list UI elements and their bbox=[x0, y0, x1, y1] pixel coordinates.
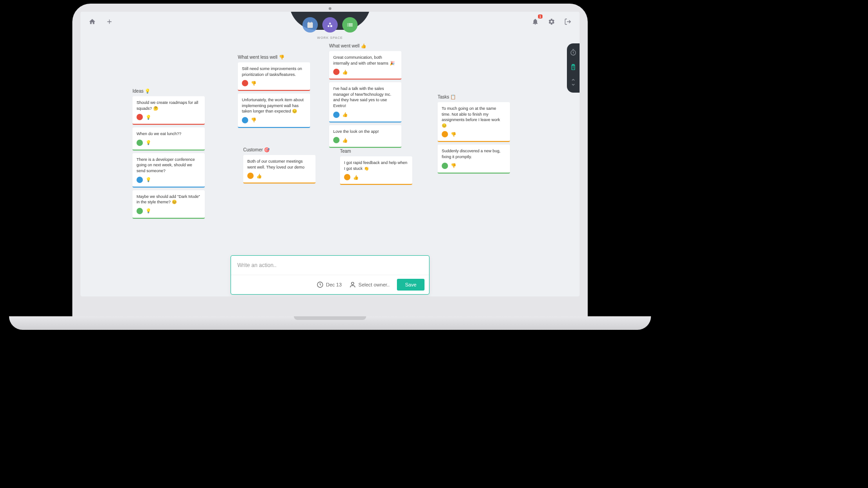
clock-icon bbox=[316, 281, 324, 288]
avatar bbox=[137, 208, 143, 214]
card[interactable]: When do we eat lunch??💡 bbox=[132, 127, 205, 150]
reaction-icon[interactable]: 💡 bbox=[146, 208, 151, 213]
avatar bbox=[333, 112, 340, 118]
avatar bbox=[137, 140, 143, 146]
mode-dock: WORK SPACE bbox=[289, 12, 371, 39]
action-bar: Dec 13 Select owner.. Save bbox=[231, 255, 429, 295]
topbar-right: 1 bbox=[530, 16, 573, 27]
save-button[interactable]: Save bbox=[397, 279, 425, 291]
mode-vote-button[interactable] bbox=[302, 17, 318, 33]
home-button[interactable] bbox=[87, 16, 98, 27]
logout-button[interactable] bbox=[562, 16, 573, 27]
column-title-went-well: What went well 👍 bbox=[329, 43, 401, 48]
column-title-ideas: Ideas 💡 bbox=[132, 89, 205, 94]
shapes-icon bbox=[326, 21, 334, 28]
column-team: Team I got rapid feedback and help when … bbox=[340, 149, 412, 188]
card[interactable]: Still need some improvements on prioriti… bbox=[238, 62, 310, 91]
card-footer: 👎 bbox=[242, 117, 306, 123]
app-screen: 1 bbox=[80, 12, 580, 296]
svg-point-0 bbox=[328, 25, 330, 27]
date-picker[interactable]: Dec 13 bbox=[316, 281, 342, 288]
reaction-icon[interactable]: 👍 bbox=[256, 174, 262, 178]
avatar bbox=[137, 177, 143, 183]
card-text: Great communication, both internally and… bbox=[333, 55, 397, 66]
reaction-icon[interactable]: 👎 bbox=[451, 163, 456, 168]
card-footer: 👍 bbox=[333, 69, 397, 75]
vote-icon bbox=[307, 21, 314, 28]
laptop-base bbox=[9, 316, 651, 330]
card[interactable]: Unfortunately, the work item about imple… bbox=[238, 94, 310, 128]
column-ideas: Ideas 💡 Should we create roadmaps for al… bbox=[132, 89, 205, 221]
avatar bbox=[137, 114, 143, 120]
card[interactable]: Maybe we should add "Dark Mode" in the s… bbox=[132, 190, 205, 219]
card[interactable]: Should we create roadmaps for all squads… bbox=[132, 96, 205, 125]
card[interactable]: I got rapid feedback and help when I got… bbox=[340, 156, 412, 185]
laptop-frame: 1 bbox=[72, 4, 588, 320]
home-icon bbox=[89, 18, 96, 25]
svg-point-5 bbox=[351, 282, 354, 285]
card-footer: 👍 bbox=[333, 137, 397, 143]
card[interactable]: I've had a talk with the sales manager o… bbox=[329, 82, 401, 122]
reaction-icon[interactable]: 👎 bbox=[451, 132, 456, 137]
person-icon bbox=[349, 281, 356, 288]
reaction-icon[interactable]: 👍 bbox=[342, 112, 348, 117]
card-footer: 👍 bbox=[333, 112, 397, 118]
svg-rect-1 bbox=[330, 25, 332, 27]
column-tasks: Tasks 📋 To much going on at the same tim… bbox=[438, 94, 510, 176]
card-footer: 💡 bbox=[137, 177, 201, 183]
mode-list-button[interactable] bbox=[342, 17, 358, 33]
card-text: To much going on at the same time. Not a… bbox=[442, 106, 506, 128]
topbar-left bbox=[87, 16, 115, 27]
notifications-button[interactable]: 1 bbox=[530, 16, 541, 27]
reaction-icon[interactable]: 💡 bbox=[146, 115, 151, 120]
reaction-icon[interactable]: 👍 bbox=[342, 138, 348, 143]
column-title-team: Team bbox=[340, 149, 412, 154]
card-text: Both of our customer meetings went well.… bbox=[247, 159, 311, 170]
plus-icon bbox=[106, 18, 113, 25]
reaction-icon[interactable]: 👎 bbox=[251, 81, 256, 86]
card[interactable]: Great communication, both internally and… bbox=[329, 51, 401, 80]
column-title-customer: Customer 🎯 bbox=[243, 147, 316, 152]
owner-picker[interactable]: Select owner.. bbox=[349, 281, 390, 288]
card[interactable]: Suddenly discovered a new bug, fixing it… bbox=[438, 145, 510, 173]
card-text: Should we create roadmaps for all squads… bbox=[137, 100, 201, 111]
card-footer: 💡 bbox=[137, 140, 201, 146]
reaction-icon[interactable]: 👎 bbox=[251, 117, 256, 122]
avatar bbox=[242, 117, 248, 123]
owner-label: Select owner.. bbox=[359, 282, 390, 287]
reaction-icon[interactable]: 💡 bbox=[146, 140, 151, 145]
reaction-icon[interactable]: 👍 bbox=[353, 175, 359, 180]
date-label: Dec 13 bbox=[326, 282, 342, 287]
card[interactable]: To much going on at the same time. Not a… bbox=[438, 102, 510, 142]
card-text: There is a developer conference going on… bbox=[137, 157, 201, 174]
logout-icon bbox=[564, 18, 571, 25]
dock-circles bbox=[302, 17, 358, 33]
card-footer: 👎 bbox=[242, 80, 306, 86]
card-footer: 💡 bbox=[137, 208, 201, 214]
add-button[interactable] bbox=[104, 16, 115, 27]
settings-button[interactable] bbox=[546, 16, 557, 27]
card-footer: 👍 bbox=[247, 173, 311, 179]
card-text: I got rapid feedback and help when I got… bbox=[344, 160, 408, 171]
avatar bbox=[442, 131, 448, 137]
card[interactable]: Both of our customer meetings went well.… bbox=[243, 155, 316, 183]
list-icon bbox=[346, 21, 354, 28]
action-footer: Dec 13 Select owner.. Save bbox=[231, 275, 429, 294]
card-text: Love the look on the app! bbox=[333, 129, 397, 135]
gear-icon bbox=[548, 18, 555, 25]
avatar bbox=[344, 174, 350, 180]
card-text: I've had a talk with the sales manager o… bbox=[333, 86, 397, 108]
mode-group-button[interactable] bbox=[322, 17, 338, 33]
dock-label: WORK SPACE bbox=[317, 36, 343, 39]
action-input[interactable] bbox=[231, 256, 429, 275]
bell-icon bbox=[532, 18, 539, 25]
reaction-icon[interactable]: 💡 bbox=[146, 177, 151, 182]
card[interactable]: Love the look on the app!👍 bbox=[329, 125, 401, 148]
reaction-icon[interactable]: 👍 bbox=[342, 70, 348, 75]
laptop-notch bbox=[294, 316, 366, 320]
notification-badge: 1 bbox=[538, 14, 542, 19]
card-footer: 💡 bbox=[137, 114, 201, 120]
card-footer: 👎 bbox=[442, 163, 506, 169]
card[interactable]: There is a developer conference going on… bbox=[132, 153, 205, 188]
column-title-tasks: Tasks 📋 bbox=[438, 94, 510, 99]
